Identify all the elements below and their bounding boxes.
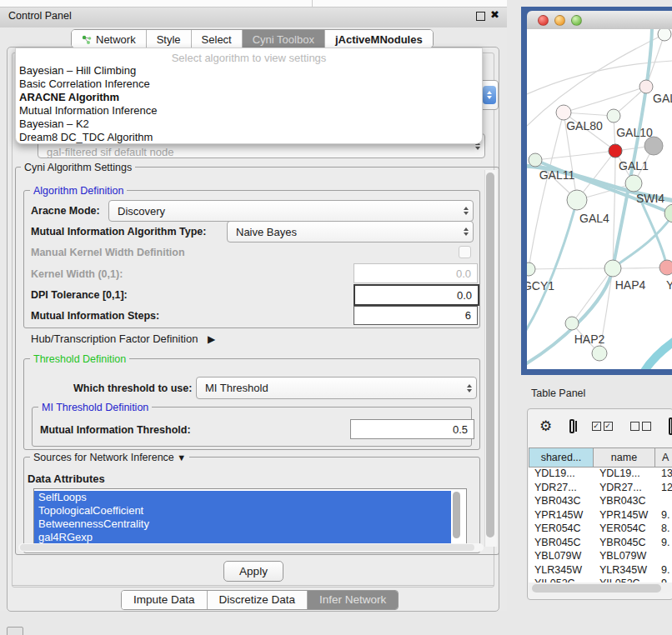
mi-steps-input[interactable]: 6: [354, 306, 478, 325]
node-label: SWI4: [636, 192, 664, 205]
which-threshold-combo[interactable]: MI Threshold: [196, 377, 477, 399]
tab-impute-data-label: Impute Data: [133, 593, 195, 606]
mi-threshold-input[interactable]: 0.5: [350, 419, 474, 439]
table-row[interactable]: YIL052CYIL052C9.: [529, 578, 672, 582]
apply-button[interactable]: Apply: [223, 561, 283, 582]
table-header: shared... name A: [529, 448, 672, 468]
manual-kernel-width-checkbox[interactable]: [459, 246, 471, 258]
algorithm-option[interactable]: Dream8 DC_TDC Algorithm: [19, 131, 153, 143]
which-threshold-label: Which threshold to use:: [73, 382, 192, 394]
zoom-traffic-light-icon[interactable]: [571, 15, 582, 26]
network-view-window[interactable]: GAL GAL80 GAL10 GAL1 GAL11 SWI4 GAL4 GCY…: [521, 7, 672, 375]
tab-network[interactable]: Network: [72, 30, 147, 48]
aracne-mode-combo[interactable]: Discovery: [108, 200, 474, 222]
aracne-mode-value: Discovery: [109, 205, 459, 218]
algorithm-option[interactable]: Basic Correlation Inference: [19, 78, 150, 90]
list-item[interactable]: gal4RGexp: [34, 531, 451, 544]
tab-cyni-toolbox[interactable]: Cyni Toolbox: [243, 30, 325, 48]
columns-icon[interactable]: [569, 419, 574, 433]
tab-impute-data[interactable]: Impute Data: [122, 591, 208, 609]
float-window-icon[interactable]: [476, 12, 485, 21]
algorithm-option[interactable]: Bayesian – Hill Climbing: [19, 64, 136, 77]
dpi-tolerance-input[interactable]: 0.0: [354, 284, 479, 306]
top-strip-divider: [312, 0, 313, 7]
minimize-traffic-light-icon[interactable]: [554, 15, 565, 26]
threshold-definition-title: Threshold Definition: [30, 353, 129, 365]
expand-right-icon: ▶: [208, 333, 215, 345]
mi-threshold-value: 0.5: [453, 423, 468, 436]
table-row[interactable]: YPR145WYPR145W9.: [529, 509, 672, 523]
node-label: GAL1: [619, 159, 649, 172]
column-header-shared-name[interactable]: shared...: [529, 448, 594, 468]
settings-vscrollbar-thumb[interactable]: [486, 172, 494, 538]
table-row[interactable]: YBR045CYBR045C9.: [529, 537, 672, 551]
algorithm-popup: Select algorithm to view settings Bayesi…: [15, 48, 483, 144]
node-pink: [659, 260, 672, 275]
tab-style[interactable]: Style: [147, 30, 192, 48]
column-header-label: A: [662, 452, 669, 463]
bottom-left-chip: [7, 627, 23, 635]
column-header-label: shared...: [541, 452, 582, 463]
node-hap4: [604, 260, 621, 277]
mi-algorithm-type-combo[interactable]: Naive Bayes: [227, 221, 474, 242]
network-window-titlebar[interactable]: [527, 11, 672, 30]
combo-arrows-icon: [463, 384, 476, 392]
list-item[interactable]: BetweennessCentrality: [34, 518, 451, 531]
table-row[interactable]: YLR345WYLR345W9.: [529, 564, 672, 578]
list-item[interactable]: SelfLoops: [34, 491, 451, 504]
kernel-width-label: Kernel Width (0,1):: [31, 268, 123, 280]
node-gcy1: [527, 262, 535, 276]
table-panel: ⚙ ✓✓ shared... name A YDL19...YDL19...13…: [527, 408, 672, 600]
table-hscrollbar-thumb[interactable]: [532, 584, 661, 592]
dpi-tolerance-label: DPI Tolerance [0,1]:: [31, 289, 128, 301]
tab-discretize-data[interactable]: Discretize Data: [208, 591, 308, 609]
network-canvas[interactable]: GAL GAL80 GAL10 GAL1 GAL11 SWI4 GAL4 GCY…: [527, 29, 672, 369]
control-panel-title: Control Panel: [8, 10, 72, 22]
column-header-name[interactable]: name: [594, 448, 655, 468]
cyni-bottom-tabs: Impute Data Discretize Data Infer Networ…: [121, 590, 399, 610]
mi-threshold-group-title: MI Threshold Definition: [38, 402, 152, 413]
tab-style-label: Style: [157, 33, 181, 46]
tab-infer-network-label: Infer Network: [319, 593, 386, 606]
panel-divider: [12, 585, 494, 586]
algorithm-option[interactable]: Mutual Information Inference: [19, 104, 157, 117]
hub-definition-expander[interactable]: Hub/Transcription Factor Definition ▶: [31, 332, 215, 345]
algorithm-option-selected[interactable]: ARACNE Algorithm: [19, 91, 119, 103]
node-gal1-red: [609, 144, 622, 158]
cyni-algorithm-settings-title: Cyni Algorithm Settings: [21, 162, 135, 173]
deselect-all-checkboxes-icon[interactable]: [630, 422, 651, 431]
node-gal80: [556, 105, 571, 120]
select-all-checkboxes-icon[interactable]: ✓✓: [592, 422, 613, 431]
node-label: GCY1: [527, 279, 554, 292]
apply-button-label: Apply: [239, 565, 268, 578]
table-row[interactable]: YDL19...YDL19...13: [529, 468, 672, 482]
tab-jactivemnodules[interactable]: jActiveMNodules: [325, 30, 433, 48]
dpi-tolerance-value: 0.0: [457, 289, 472, 302]
list-item[interactable]: TopologicalCoefficient: [34, 504, 451, 518]
table-row[interactable]: YBL079WYBL079W: [529, 550, 672, 564]
column-header-partial[interactable]: A: [655, 448, 672, 468]
node-label: GAL11: [539, 168, 575, 182]
sources-title-label: Sources for Network Inference: [33, 452, 174, 463]
tab-infer-network[interactable]: Infer Network: [308, 591, 398, 609]
kernel-width-input[interactable]: 0.0: [354, 263, 478, 283]
sources-group-title[interactable]: Sources for Network Inference ▼: [30, 452, 189, 463]
gear-icon[interactable]: ⚙: [539, 419, 552, 433]
tab-network-label: Network: [96, 33, 136, 46]
table-row[interactable]: YER054CYER054C8.: [529, 522, 672, 537]
list-vscrollbar-thumb[interactable]: [453, 492, 460, 538]
table-row[interactable]: YDR27...YDR27...12: [529, 482, 672, 496]
node-label: Y: [666, 278, 672, 292]
file-icon[interactable]: [669, 418, 672, 435]
algorithm-definition-title: Algorithm Definition: [30, 185, 127, 197]
algorithm-option[interactable]: Bayesian – K2: [19, 118, 89, 130]
mi-steps-value: 6: [465, 309, 471, 322]
tab-discretize-data-label: Discretize Data: [219, 593, 296, 606]
close-icon[interactable]: ✖: [490, 8, 499, 21]
settings-hscrollbar-thumb[interactable]: [20, 544, 474, 551]
data-attributes-list[interactable]: SelfLoops TopologicalCoefficient Between…: [33, 488, 467, 547]
algorithm-popup-placeholder: Select algorithm to view settings: [16, 52, 482, 64]
table-row[interactable]: YBR043CYBR043C: [529, 495, 672, 509]
close-traffic-light-icon[interactable]: [538, 15, 549, 26]
tab-select[interactable]: Select: [192, 30, 243, 48]
